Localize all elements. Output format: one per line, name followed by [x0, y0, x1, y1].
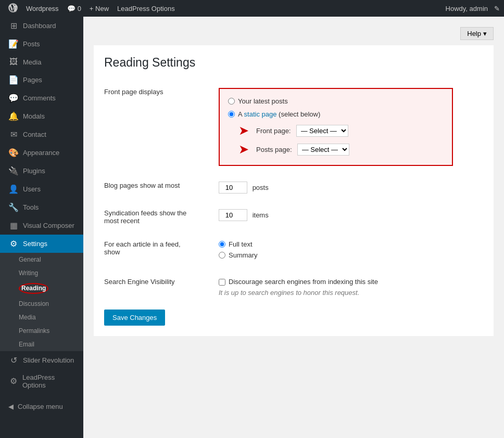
front-page-box: Your latest posts A static page (select … [219, 88, 453, 166]
static-page-row: A static page (select below) [228, 110, 444, 118]
radio-summary[interactable] [219, 252, 225, 259]
sidebar-item-appearance[interactable]: 🎨 Appearance [0, 144, 83, 162]
full-text-row: Full text [219, 240, 483, 248]
help-area: Help ▾ [94, 27, 494, 40]
wp-logo[interactable] [4, 0, 22, 17]
syndication-label-1: Syndication feeds show the [104, 209, 186, 217]
latest-posts-row: Your latest posts [228, 97, 444, 105]
syndication-row: Syndication feeds show the most recent i… [104, 201, 483, 233]
collapse-icon: ◀ [8, 403, 14, 410]
sidebar-item-contact[interactable]: ✉ Contact [0, 125, 83, 144]
syndication-label: Syndication feeds show the most recent [104, 201, 219, 233]
comments-icon: 💬 [8, 93, 19, 103]
radio-full-text-label: Full text [229, 240, 253, 248]
syndication-input[interactable] [219, 209, 247, 221]
radio-full-text[interactable] [219, 241, 225, 248]
radio-static-page[interactable] [228, 111, 235, 118]
help-button[interactable]: Help ▾ [460, 27, 494, 40]
front-page-row: Front page displays Your latest posts [104, 80, 483, 174]
submenu-permalinks[interactable]: Permalinks [0, 324, 83, 338]
contact-icon: ✉ [8, 130, 19, 139]
radio-static-page-label: A static page (select below) [238, 110, 320, 118]
sidebar-label-leadpress-options: LeadPress Options [22, 373, 77, 389]
save-changes-button[interactable]: Save Changes [104, 310, 165, 326]
settings-table: Front page displays Your latest posts [104, 80, 483, 304]
settings-icon: ⚙ [8, 239, 19, 249]
feed-label-1: For each article in a feed, [104, 240, 181, 248]
appearance-icon: 🎨 [8, 148, 19, 158]
syndication-label-2: most recent [104, 217, 140, 225]
blog-pages-after: posts [253, 184, 269, 191]
leadpress-icon: ⚙ [8, 376, 18, 386]
slider-revolution-icon: ↺ [8, 355, 19, 365]
submenu-discussion[interactable]: Discussion [0, 297, 83, 311]
syndication-after: items [253, 211, 269, 219]
posts-page-select-label: Posts page: [256, 146, 292, 153]
sidebar-item-comments[interactable]: 💬 Comments [0, 89, 83, 107]
sidebar-item-tools[interactable]: 🔧 Tools [0, 198, 83, 216]
sidebar-label-contact: Contact [23, 131, 46, 138]
feed-label-2: show [104, 248, 120, 256]
static-page-link[interactable]: static page [244, 110, 277, 118]
sidebar-label-modals: Modals [23, 112, 45, 120]
comments-bar[interactable]: 💬 0 [63, 0, 85, 17]
front-page-cell: Your latest posts A static page (select … [219, 80, 483, 174]
sidebar-label-slider-revolution: Slider Revolution [23, 356, 74, 364]
new-bar[interactable]: + New [85, 0, 113, 17]
tools-icon: 🔧 [8, 202, 19, 212]
comments-count: 0 [78, 5, 81, 12]
users-icon: 👤 [8, 184, 19, 194]
front-page-select[interactable]: — Select — [296, 125, 348, 137]
reading-settings-form: Front page displays Your latest posts [104, 80, 483, 326]
sidebar-item-posts[interactable]: 📝 Posts [0, 35, 83, 53]
submenu-general[interactable]: General [0, 253, 83, 266]
search-visibility-checkbox[interactable] [219, 279, 225, 286]
front-page-select-row: ➤ Front page: — Select — [228, 123, 444, 138]
radio-summary-label: Summary [229, 251, 258, 259]
page-title: Reading Settings [104, 56, 483, 70]
blog-pages-cell: posts [219, 174, 483, 201]
sidebar-label-visual-composer: Visual Composer [23, 222, 74, 229]
sidebar-label-appearance: Appearance [23, 149, 59, 157]
collapse-menu[interactable]: ◀ Collapse menu [0, 398, 83, 415]
blog-pages-input[interactable] [219, 182, 247, 194]
sidebar-item-plugins[interactable]: 🔌 Plugins [0, 162, 83, 180]
submenu-media[interactable]: Media [0, 311, 83, 324]
sidebar-item-leadpress-options[interactable]: ⚙ LeadPress Options [0, 369, 83, 393]
feed-article-label: For each article in a feed, show [104, 233, 219, 270]
sidebar-item-users[interactable]: 👤 Users [0, 180, 83, 198]
sidebar-item-modals[interactable]: 🔔 Modals [0, 107, 83, 125]
sidebar-label-comments: Comments [23, 94, 56, 102]
howdy-text: Howdy, admin [442, 5, 492, 12]
search-visibility-checkbox-row: Discourage search engines from indexing … [219, 278, 483, 286]
help-arrow-icon: ▾ [483, 30, 487, 37]
wp-icon [8, 3, 18, 14]
blog-pages-label: Blog pages show at most [104, 174, 219, 201]
collapse-label: Collapse menu [18, 403, 63, 410]
sidebar-item-slider-revolution[interactable]: ↺ Slider Revolution [0, 351, 83, 369]
wp-wrap: ⊞ Dashboard 📝 Posts 🖼 Media 📄 Pages 💬 Co… [0, 17, 504, 438]
sidebar-item-dashboard[interactable]: ⊞ Dashboard [0, 17, 83, 35]
posts-icon: 📝 [8, 39, 19, 49]
posts-page-select-row: ➤ Posts page: — Select — [228, 142, 444, 157]
new-text: + New [90, 5, 109, 12]
submenu-reading[interactable]: Reading [0, 280, 83, 297]
sidebar-item-media[interactable]: 🖼 Media [0, 53, 83, 71]
sidebar-item-visual-composer[interactable]: ▦ Visual Composer [0, 216, 83, 235]
leadpress-bar[interactable]: LeadPress Options [113, 0, 179, 17]
sidebar-item-settings[interactable]: ⚙ Settings [0, 235, 83, 253]
submenu-email[interactable]: Email [0, 338, 83, 351]
sidebar-item-pages[interactable]: 📄 Pages [0, 71, 83, 89]
sidebar-label-dashboard: Dashboard [23, 22, 56, 30]
front-page-label: Front page displays [104, 80, 219, 174]
radio-latest-posts[interactable] [228, 98, 235, 105]
site-name-bar[interactable]: Wordpress [22, 0, 63, 17]
posts-page-select[interactable]: — Select — [297, 144, 349, 156]
edit-icon: ✎ [494, 5, 500, 12]
plugins-icon: 🔌 [8, 166, 19, 176]
sidebar-label-media: Media [23, 58, 41, 66]
search-visibility-checkbox-label: Discourage search engines from indexing … [229, 278, 378, 286]
visual-composer-icon: ▦ [8, 221, 19, 230]
summary-row: Summary [219, 251, 483, 259]
submenu-writing[interactable]: Writing [0, 266, 83, 280]
